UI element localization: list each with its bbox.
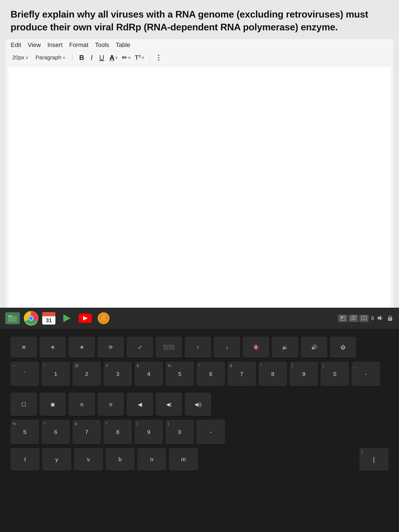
window-icon-3[interactable] [359, 315, 368, 322]
editor-content[interactable] [8, 67, 391, 332]
key-ast[interactable]: * 8 [104, 420, 132, 444]
calendar-date: 31 [46, 317, 52, 323]
bold-button[interactable]: B [78, 53, 86, 62]
key-9[interactable]: ( 9 [290, 362, 318, 386]
volume-icon[interactable] [377, 314, 384, 322]
key-vol-down[interactable]: 🔉 [272, 337, 298, 358]
menu-insert[interactable]: Insert [47, 41, 63, 48]
menu-tools[interactable]: Tools [95, 41, 109, 48]
svg-marker-6 [63, 314, 71, 322]
key-n[interactable]: n [137, 448, 166, 471]
font-color-label: A [109, 54, 114, 62]
italic-button[interactable]: I [89, 53, 94, 62]
svg-rect-0 [8, 316, 17, 322]
key-caret[interactable]: ^ 6 [42, 420, 70, 444]
special-key-row: ☐ ▣ o o ◀ ◀) ◀)) [11, 393, 388, 416]
highlight-button[interactable]: ✏ ∨ [122, 54, 131, 61]
taskbar-youtube-icon[interactable] [78, 311, 92, 325]
key-8[interactable]: * 8 [259, 362, 287, 386]
key-0[interactable]: ) 0 [321, 362, 349, 386]
key-backtick[interactable]: ~ ` [11, 362, 39, 386]
key-minus[interactable]: _ - [352, 362, 380, 386]
key-fullscreen[interactable]: ⤢ [127, 337, 153, 358]
key-power[interactable]: ⏻ [330, 337, 356, 358]
key-y[interactable]: y [42, 448, 71, 471]
key-arrow-left[interactable]: ◀ [127, 393, 153, 416]
paragraph-chevron: ∨ [62, 55, 65, 60]
key-fn-esc[interactable]: ✕ [11, 337, 37, 358]
font-size-dropdown[interactable]: 20px ∨ [11, 53, 30, 62]
toolbar-divider-2 [150, 54, 150, 62]
key-refresh[interactable]: ⟳ [98, 337, 124, 358]
paragraph-dropdown[interactable]: Paragraph ∨ [34, 53, 67, 62]
key-dash[interactable]: - [196, 420, 225, 444]
window-icon-2[interactable] [349, 315, 358, 322]
menu-format[interactable]: Format [69, 41, 89, 48]
font-size-chevron: ∨ [25, 55, 28, 60]
key-vol-up2[interactable]: ◀)) [185, 393, 211, 416]
font-size-value: 20px [12, 54, 24, 61]
taskbar-calendar-icon[interactable]: 31 [42, 312, 55, 325]
key-vol-up[interactable]: 🔊 [301, 337, 327, 358]
screen: Briefly explain why all viruses with a R… [0, 0, 399, 346]
menu-view[interactable]: View [28, 41, 41, 48]
question-area: Briefly explain why all viruses with a R… [0, 0, 399, 39]
window-icon-1[interactable] [338, 315, 347, 322]
key-rparen[interactable]: ) 0 [166, 420, 194, 444]
key-b[interactable]: b [106, 448, 135, 471]
key-2[interactable]: @ 2 [73, 362, 101, 386]
taskbar-right: 8 [338, 314, 394, 322]
key-lbrace[interactable]: { [ [359, 448, 388, 471]
key-o2[interactable]: o [98, 393, 124, 416]
taskbar-files-icon[interactable] [5, 312, 20, 324]
key-brightness-down2[interactable]: ↑ [185, 337, 211, 358]
key-mute[interactable]: 🔇 [243, 337, 269, 358]
taskbar: 31 [0, 308, 399, 329]
key-lparen[interactable]: ( 9 [135, 420, 163, 444]
menu-edit[interactable]: Edit [11, 41, 21, 48]
key-amp[interactable]: & 7 [73, 420, 101, 444]
key-v[interactable]: v [74, 448, 103, 471]
editor-container: Edit View Insert Format Tools Table 20px… [5, 39, 394, 335]
key-7[interactable]: & 7 [228, 362, 256, 386]
superscript-button[interactable]: T2 ∨ [135, 54, 144, 61]
svg-rect-12 [341, 317, 343, 318]
fn-key-row: ✕ ☀ ☀ ⟳ ⤢ ⬛⬛ ↑ ↓ 🔇 🔉 🔊 [11, 337, 388, 358]
svg-marker-17 [378, 316, 381, 321]
menu-table[interactable]: Table [116, 41, 130, 48]
key-pct[interactable]: % 5 [11, 420, 39, 444]
highlight-icon: ✏ [122, 54, 127, 61]
menu-bar: Edit View Insert Format Tools Table [5, 39, 394, 51]
key-t[interactable]: t [11, 448, 40, 471]
key-3[interactable]: # 3 [104, 362, 132, 386]
key-brightness-up[interactable]: ☀ [69, 337, 95, 358]
lock-icon[interactable] [386, 314, 394, 322]
system-tray-icons [338, 315, 368, 322]
key-6[interactable]: ^ 6 [196, 362, 225, 386]
key-screenshot[interactable]: ☐ [11, 393, 37, 416]
key-vol-dn2[interactable]: ◀) [156, 393, 182, 416]
key-overview[interactable]: ▣ [40, 393, 66, 416]
number-key-row: ~ ` ! 1 @ 2 # 3 $ 4 % 5 ^ 6 & 7 [11, 362, 388, 386]
font-color-chevron: ∨ [115, 55, 118, 60]
font-color-button[interactable]: A ∨ [109, 54, 118, 62]
key-o1[interactable]: o [69, 393, 95, 416]
superscript-label: T2 [135, 54, 141, 61]
key-brightness-up2[interactable]: ↓ [214, 337, 240, 358]
underline-button[interactable]: U [98, 53, 106, 62]
svg-rect-1 [8, 315, 12, 317]
more-options-button[interactable]: ⋮ [155, 54, 162, 62]
key-5[interactable]: % 5 [166, 362, 194, 386]
key-brightness-down[interactable]: ☀ [40, 337, 66, 358]
battery-indicator: 8 [371, 316, 374, 321]
taskbar-chrome-icon[interactable] [24, 311, 38, 325]
svg-point-5 [29, 317, 33, 320]
question-text: Briefly explain why all viruses with a R… [11, 8, 388, 33]
taskbar-puzzle-icon[interactable] [96, 311, 111, 325]
key-m[interactable]: m [169, 448, 198, 471]
key-1[interactable]: ! 1 [42, 362, 70, 386]
key-4[interactable]: $ 4 [135, 362, 163, 386]
toolbar: 20px ∨ Paragraph ∨ B I U A ∨ ✏ ∨ T2 ∨ [5, 51, 394, 64]
key-windows[interactable]: ⬛⬛ [156, 337, 182, 358]
taskbar-play-icon[interactable] [59, 311, 74, 325]
